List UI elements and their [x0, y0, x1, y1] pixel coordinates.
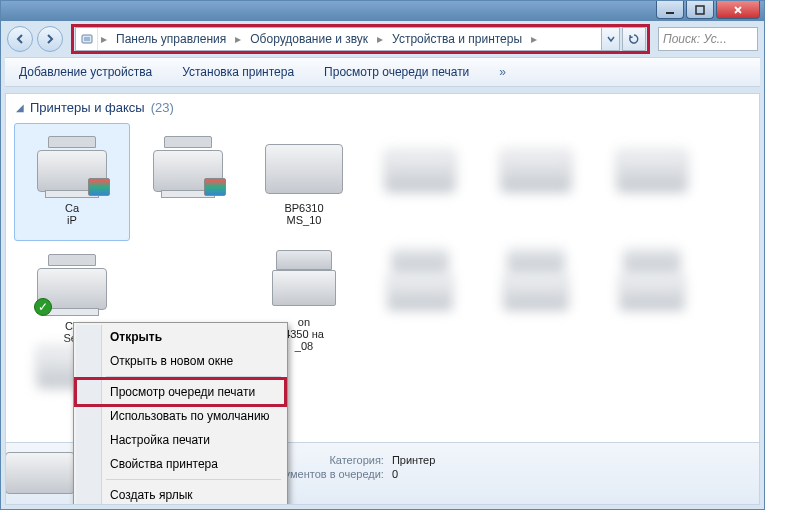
printer-item[interactable] [362, 123, 478, 241]
titlebar [1, 1, 764, 21]
photo-badge-icon [88, 178, 110, 196]
group-title: Принтеры и факсы [30, 100, 145, 115]
printer-item[interactable] [594, 241, 710, 359]
printer-item[interactable] [594, 123, 710, 241]
ctx-open[interactable]: Открыть [76, 325, 285, 349]
printer-item[interactable] [478, 123, 594, 241]
content-area: ◢ Принтеры и факсы (23) Ca iP BP6310 MS_… [5, 93, 760, 505]
printer-item[interactable] [130, 123, 246, 241]
context-menu-separator [106, 376, 281, 377]
ctx-view-queue[interactable]: Просмотр очереди печати [76, 380, 285, 404]
svg-rect-1 [696, 6, 704, 14]
printer-item[interactable] [362, 241, 478, 359]
crumb-hardware-sound[interactable]: Оборудование и звук [244, 28, 374, 50]
chevron-right-icon: ▸ [374, 28, 386, 50]
context-menu-separator [106, 479, 281, 480]
default-check-icon: ✓ [34, 298, 52, 316]
collapse-icon: ◢ [16, 102, 24, 113]
add-device-button[interactable]: Добавление устройства [13, 62, 158, 82]
minimize-button[interactable] [656, 1, 684, 19]
group-header[interactable]: ◢ Принтеры и факсы (23) [6, 94, 759, 119]
ctx-open-new-window[interactable]: Открыть в новом окне [76, 349, 285, 373]
printer-item[interactable]: Ca iP [14, 123, 130, 241]
printer-item[interactable]: BP6310 MS_10 [246, 123, 362, 241]
ctx-print-preferences[interactable]: Настройка печати [76, 428, 285, 452]
search-placeholder: Поиск: Ус... [663, 32, 727, 46]
breadcrumb[interactable]: ▸ Панель управления ▸ Оборудование и зву… [75, 27, 620, 51]
maximize-button[interactable] [686, 1, 714, 19]
toolbar-overflow[interactable]: » [493, 62, 512, 82]
group-count: (23) [151, 100, 174, 115]
refresh-button[interactable] [622, 27, 646, 51]
item-label: BP6310 MS_10 [284, 202, 323, 226]
add-printer-button[interactable]: Установка принтера [176, 62, 300, 82]
context-menu: Открыть Открыть в новом окне Просмотр оч… [73, 322, 288, 505]
search-input[interactable]: Поиск: Ус... [658, 27, 758, 51]
ctx-printer-properties[interactable]: Свойства принтера [76, 452, 285, 476]
view-queue-button[interactable]: Просмотр очереди печати [318, 62, 475, 82]
navigation-bar: ▸ Панель управления ▸ Оборудование и зву… [1, 21, 764, 57]
command-toolbar: Добавление устройства Установка принтера… [5, 57, 760, 87]
explorer-window: ▸ Панель управления ▸ Оборудование и зву… [0, 0, 765, 510]
breadcrumb-highlight: ▸ Панель управления ▸ Оборудование и зву… [71, 24, 650, 54]
ctx-set-default[interactable]: Использовать по умолчанию [76, 404, 285, 428]
ctx-create-shortcut[interactable]: Создать ярлык [76, 483, 285, 505]
back-button[interactable] [7, 26, 33, 52]
queue-value: 0 [392, 468, 435, 480]
forward-button[interactable] [37, 26, 63, 52]
item-label: on 4350 на _08 [284, 316, 324, 352]
chevron-right-icon: ▸ [232, 28, 244, 50]
crumb-control-panel[interactable]: Панель управления [110, 28, 232, 50]
svg-rect-3 [84, 37, 90, 41]
close-button[interactable] [716, 1, 760, 19]
photo-badge-icon [204, 178, 226, 196]
svg-rect-0 [666, 12, 674, 14]
item-label: Ca iP [65, 202, 79, 226]
details-thumbnail [16, 452, 64, 496]
category-value: Принтер [392, 454, 435, 466]
chevron-right-icon: ▸ [98, 28, 110, 50]
printer-item[interactable] [478, 241, 594, 359]
location-icon [76, 28, 98, 50]
chevron-right-icon: ▸ [528, 28, 540, 50]
breadcrumb-dropdown[interactable] [601, 28, 619, 50]
crumb-devices-printers[interactable]: Устройства и принтеры [386, 28, 528, 50]
